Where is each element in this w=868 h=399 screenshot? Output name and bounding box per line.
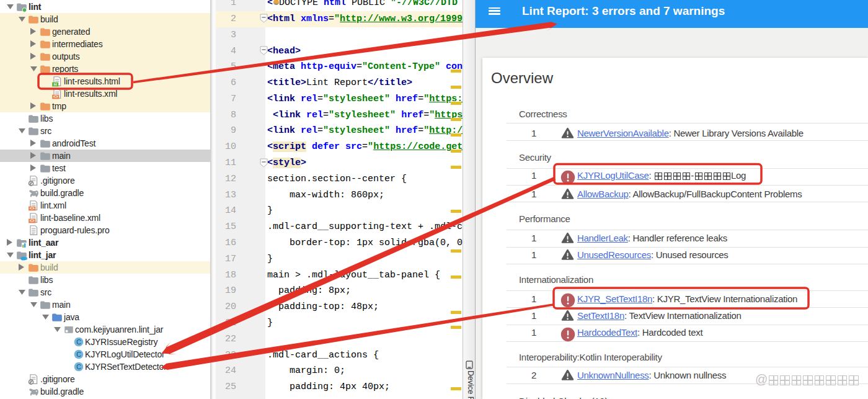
svg-text:H: H bbox=[54, 82, 57, 86]
svg-text:C: C bbox=[76, 362, 81, 370]
svg-text:<>: <> bbox=[30, 218, 35, 223]
svg-text:C: C bbox=[76, 350, 81, 357]
svg-text:<>: <> bbox=[30, 206, 35, 210]
svg-text:<>: <> bbox=[53, 94, 58, 99]
svg-text:C: C bbox=[76, 338, 81, 345]
